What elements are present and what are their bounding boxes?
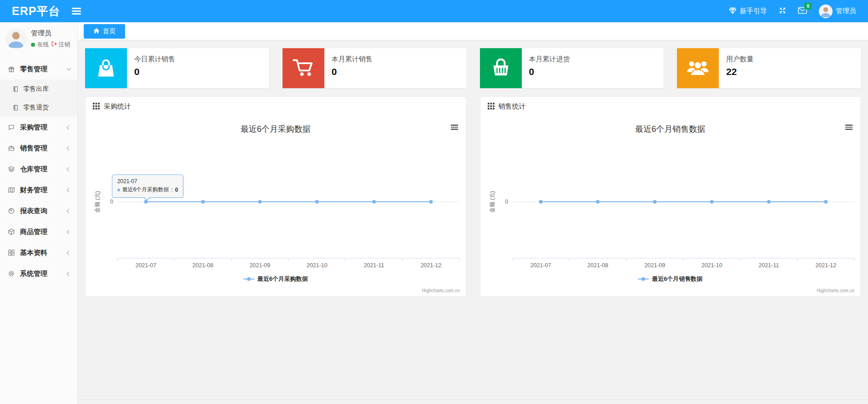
fullscreen-button[interactable] <box>779 7 786 15</box>
sidebar-subitem-label: 零售出库 <box>23 85 49 93</box>
sidebar-item-label: 基本资料 <box>20 249 47 257</box>
box-icon <box>8 228 15 235</box>
sidebar-item-reports[interactable]: 报表查询 <box>0 200 77 221</box>
stat-card-value: 22 <box>726 66 753 77</box>
grid-icon <box>8 249 15 256</box>
highcharts-chart: 最近6个月销售数据最近6个月销售数据Highcharts.com.cn2021-… <box>480 116 861 296</box>
gear-icon <box>8 270 15 277</box>
sidebar-item-label: 报表查询 <box>20 207 47 215</box>
stat-card-label: 今日累计销售 <box>134 55 175 64</box>
sidebar-item-warehouse[interactable]: 仓库管理 <box>0 159 77 180</box>
th-grid-icon <box>488 103 495 111</box>
menu-toggle-icon[interactable] <box>72 6 81 16</box>
chart-tooltip: 2021-07最近6个月采购数据:0 <box>112 175 184 198</box>
sidebar-item-label: 仓库管理 <box>20 165 47 174</box>
panel-title: 销售统计 <box>499 102 526 111</box>
layers-icon <box>8 165 15 173</box>
brand-title: ERP平台 <box>0 4 69 19</box>
stat-card-0[interactable]: 今日累计销售0 <box>85 48 269 88</box>
user-menu[interactable]: 管理员 <box>819 5 856 18</box>
chevron-left-icon <box>67 229 71 234</box>
chevron-left-icon <box>67 146 71 150</box>
chevron-left-icon <box>67 188 71 192</box>
sidebar-item-goods[interactable]: 商品管理 <box>0 221 77 242</box>
stat-card-value: 0 <box>134 66 175 77</box>
bubble-icon <box>8 124 15 131</box>
svg-text:2021-12: 2021-12 <box>815 262 836 269</box>
tab-home[interactable]: 首页 <box>84 24 125 39</box>
legend-marker-icon <box>638 277 649 281</box>
svg-text:2021-07: 2021-07 <box>136 262 156 269</box>
highcharts-credit[interactable]: Highcharts.com.cn <box>422 288 460 293</box>
home-icon <box>93 28 100 35</box>
sidebar-item-label: 采购管理 <box>20 123 47 132</box>
logout-button[interactable]: 注销 <box>51 41 70 49</box>
stat-card-label: 用户数量 <box>726 55 753 64</box>
legend-marker-icon <box>243 277 254 281</box>
online-status-dot <box>31 43 35 47</box>
svg-text:2021-07: 2021-07 <box>530 262 551 269</box>
svg-text:金额 (元): 金额 (元) <box>94 191 101 213</box>
stat-card-value: 0 <box>332 66 373 77</box>
tooltip-series-label: 最近6个月采购数据 <box>122 186 169 194</box>
chart-legend[interactable]: 最近6个月销售数据 <box>480 275 861 283</box>
sidebar-avatar <box>5 28 26 49</box>
svg-text:2021-11: 2021-11 <box>364 262 384 269</box>
th-grid-icon <box>93 103 100 111</box>
highcharts-chart: 最近6个月采购数据最近6个月采购数据Highcharts.com.cn2021-… <box>86 116 466 296</box>
svg-text:2021-08: 2021-08 <box>192 262 213 269</box>
chevron-left-icon <box>67 125 71 130</box>
book-icon <box>8 186 15 194</box>
basket-icon <box>480 48 522 88</box>
sidebar-item-sales[interactable]: 销售管理 <box>0 138 77 159</box>
chart-legend[interactable]: 最近6个月采购数据 <box>86 275 466 283</box>
stat-card-2[interactable]: 本月累计进货0 <box>480 48 664 88</box>
signout-icon <box>51 41 57 48</box>
svg-text:0: 0 <box>110 199 113 205</box>
panel-header: 销售统计 <box>480 97 861 116</box>
doc-icon <box>12 104 19 111</box>
stat-card-1[interactable]: 本月累计销售0 <box>283 48 466 88</box>
sidebar-item-label: 商品管理 <box>20 228 47 236</box>
svg-text:2021-10: 2021-10 <box>307 262 328 269</box>
sidebar-menu: 零售管理零售出库零售退货采购管理销售管理仓库管理财务管理报表查询商品管理基本资料… <box>0 59 77 284</box>
sidebar-item-label: 销售管理 <box>20 144 47 153</box>
messages-button[interactable]: 0 <box>798 7 807 15</box>
sidebar-item-label: 零售管理 <box>20 65 47 74</box>
highcharts-credit[interactable]: Highcharts.com.cn <box>817 288 854 293</box>
guide-label: 新手引导 <box>740 7 767 15</box>
tab-home-label: 首页 <box>103 27 116 35</box>
panel-header: 采购统计 <box>86 97 466 116</box>
main-area: 首页 今日累计销售0本月累计销售0本月累计进货0用户数量22 采购统计最近6个月… <box>78 0 868 297</box>
shopping-bag-icon <box>85 48 127 88</box>
svg-text:0: 0 <box>505 199 508 205</box>
sidebar-subitem-retail-return[interactable]: 零售退货 <box>0 98 77 117</box>
sidebar-item-finance[interactable]: 财务管理 <box>0 180 77 200</box>
sidebar-user-name: 管理员 <box>31 29 70 38</box>
guide-button[interactable]: 新手引导 <box>729 7 767 15</box>
online-status-label: 在线 <box>37 41 49 49</box>
sidebar-item-purchase[interactable]: 采购管理 <box>0 117 77 138</box>
chevron-left-icon <box>67 167 71 171</box>
sidebar-subitem-retail-out[interactable]: 零售出库 <box>0 80 77 98</box>
chevron-left-icon <box>67 250 71 255</box>
user-name: 管理员 <box>836 7 856 15</box>
legend-label: 最近6个月采购数据 <box>257 275 308 283</box>
doc-icon <box>12 85 19 93</box>
svg-text:金额 (元): 金额 (元) <box>489 191 495 213</box>
sidebar-item-retail[interactable]: 零售管理 <box>0 59 77 80</box>
chart-panel-1: 销售统计最近6个月销售数据最近6个月销售数据Highcharts.com.cn2… <box>480 96 861 297</box>
tooltip-date: 2021-07 <box>117 178 178 185</box>
stat-card-value: 0 <box>529 66 570 77</box>
legend-label: 最近6个月销售数据 <box>652 275 702 283</box>
piechart-icon <box>8 207 15 214</box>
briefcase-icon <box>8 145 15 152</box>
sidebar-item-system[interactable]: 系统管理 <box>0 263 77 284</box>
stat-card-3[interactable]: 用户数量22 <box>677 48 861 88</box>
gem-icon <box>729 7 737 15</box>
chart-plot: 2021-072021-082021-092021-102021-112021-… <box>480 116 860 271</box>
svg-text:2021-08: 2021-08 <box>587 262 608 269</box>
chevron-left-icon <box>67 209 71 213</box>
sidebar-item-basic[interactable]: 基本资料 <box>0 242 77 263</box>
top-header: ERP平台 新手引导 <box>0 0 868 22</box>
